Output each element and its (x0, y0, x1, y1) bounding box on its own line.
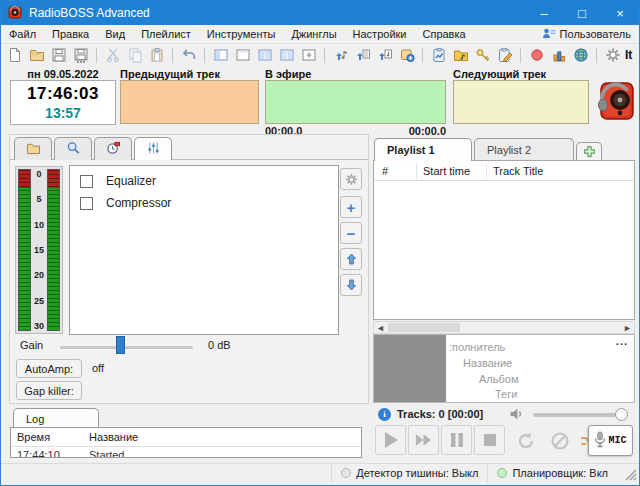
paste-icon[interactable] (147, 46, 166, 64)
block-icon[interactable] (547, 428, 573, 454)
layout-columns-icon[interactable] (255, 46, 274, 64)
date-label: пн 09.05.2022 (10, 68, 116, 80)
insert-list-music-icon[interactable] (375, 46, 394, 64)
speaker-icon[interactable] (509, 407, 525, 423)
tab-files[interactable] (14, 137, 52, 160)
vu-meter-right-bar (47, 169, 60, 331)
layout-single-icon[interactable] (211, 46, 230, 64)
layout-blank-icon[interactable] (233, 46, 252, 64)
layout-add-icon[interactable] (299, 46, 318, 64)
settings-gear-icon[interactable] (603, 46, 622, 64)
move-effect-up-button[interactable] (340, 248, 362, 270)
scroll-right-arrow[interactable]: ► (621, 322, 634, 333)
more-button[interactable]: ... (616, 335, 628, 347)
track-info-panel: :полнитель Название Альбом Теги ... (373, 334, 635, 403)
menu-tools[interactable]: Инструменты (207, 28, 276, 40)
report-icon[interactable] (429, 46, 448, 64)
edit-tags-icon[interactable] (495, 46, 514, 64)
cut-icon[interactable] (103, 46, 122, 64)
minimize-button[interactable]: – (525, 1, 563, 25)
log-col-time[interactable]: Время (17, 431, 50, 443)
new-playlist-tab-icon[interactable] (397, 46, 416, 64)
gain-slider-thumb[interactable] (116, 336, 125, 354)
license-key-icon[interactable] (473, 46, 492, 64)
scroll-left-arrow[interactable]: ◄ (374, 322, 387, 333)
language-label[interactable]: It (625, 48, 632, 62)
playlist-table[interactable]: # Start time Track Title (373, 160, 635, 320)
folder-icon (26, 142, 41, 157)
volume-slider-thumb[interactable] (615, 408, 628, 421)
menu-playlist[interactable]: Плейлист (141, 28, 191, 40)
effect-row-equalizer[interactable]: Equalizer (70, 170, 338, 192)
volume-slider-track[interactable] (533, 413, 621, 417)
log-col-title[interactable]: Название (89, 431, 138, 443)
tab-effects[interactable] (134, 137, 172, 160)
maximize-button[interactable]: □ (563, 1, 601, 25)
log-tab[interactable]: Log (13, 408, 99, 428)
stop-button[interactable] (474, 425, 505, 455)
tab-playlist-2[interactable]: Playlist 2 (474, 138, 574, 161)
menu-edit[interactable]: Правка (52, 28, 89, 40)
equalizer-checkbox[interactable] (80, 175, 93, 188)
menu-view[interactable]: Вид (105, 28, 125, 40)
silence-detector-label: Детектор тишины: Выкл (356, 467, 478, 479)
gain-slider-track[interactable] (60, 346, 193, 349)
play-button[interactable] (375, 425, 406, 455)
title-label: Название (463, 357, 512, 369)
album-art-placeholder (374, 335, 446, 402)
menu-jingles[interactable]: Джинглы (291, 28, 336, 40)
on-air-box (265, 80, 446, 124)
menu-settings[interactable]: Настройки (353, 28, 407, 40)
add-effect-button[interactable]: + (340, 196, 362, 218)
tab-history[interactable] (94, 137, 132, 160)
move-effect-down-button[interactable] (340, 274, 362, 296)
music-library-icon[interactable] (451, 46, 470, 64)
album-label: Альбом (479, 373, 518, 385)
new-file-icon[interactable] (5, 46, 24, 64)
insert-track-icon[interactable] (331, 46, 350, 64)
search-icon (66, 141, 81, 157)
insert-list-icon[interactable] (353, 46, 372, 64)
autoamp-button[interactable]: AutoAmp: (16, 359, 82, 378)
log-panel: Log Время Название 17:44:10 Started (9, 408, 369, 458)
add-playlist-tab-button[interactable] (576, 142, 602, 161)
statistics-icon[interactable] (549, 46, 568, 64)
save-icon[interactable] (49, 46, 68, 64)
col-number[interactable]: # (382, 165, 388, 177)
pause-button[interactable] (441, 425, 472, 455)
next-button[interactable] (408, 425, 439, 455)
user-icon (542, 27, 556, 41)
menu-file[interactable]: Файл (9, 28, 36, 40)
repeat-icon[interactable] (513, 428, 539, 454)
internet-icon[interactable] (571, 46, 590, 64)
gap-killer-button[interactable]: Gap killer: (16, 381, 82, 400)
status-bar: Детектор тишины: Выкл Планировщик: Вкл (1, 463, 639, 482)
silence-detector-status[interactable]: Детектор тишины: Выкл (331, 464, 487, 482)
open-folder-icon[interactable] (27, 46, 46, 64)
user-menu[interactable]: Пользователь (542, 27, 631, 41)
menu-help[interactable]: Справка (422, 28, 465, 40)
col-start-time[interactable]: Start time (423, 165, 470, 177)
layout-grid-icon[interactable] (277, 46, 296, 64)
user-label: Пользователь (560, 28, 631, 40)
tab-search[interactable] (54, 137, 92, 160)
save-as-icon[interactable] (71, 46, 90, 64)
copy-icon[interactable] (125, 46, 144, 64)
remove-effect-button[interactable]: − (340, 222, 362, 244)
playlist-header: # Start time Track Title (374, 161, 634, 181)
undo-icon[interactable] (179, 46, 198, 64)
scheduler-status[interactable]: Планировщик: Вкл (487, 464, 617, 482)
scrollbar-thumb[interactable] (388, 323, 460, 332)
compressor-checkbox[interactable] (80, 197, 93, 210)
col-track-title[interactable]: Track Title (493, 165, 543, 177)
close-button[interactable]: × (601, 1, 639, 25)
resize-grip[interactable] (625, 469, 637, 483)
horizontal-scrollbar[interactable]: ◄ ► (373, 321, 635, 334)
mic-button[interactable]: MIC (588, 425, 633, 456)
effects-settings-button[interactable] (340, 168, 362, 190)
effect-row-compressor[interactable]: Compressor (70, 192, 338, 214)
log-table[interactable]: Время Название 17:44:10 Started (10, 427, 362, 458)
tab-playlist-1[interactable]: Playlist 1 (374, 138, 472, 161)
gain-value: 0 dB (208, 339, 231, 351)
record-icon[interactable] (527, 46, 546, 64)
